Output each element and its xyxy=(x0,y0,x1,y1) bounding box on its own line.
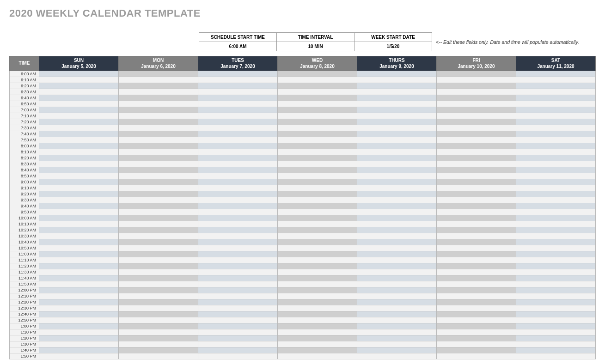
schedule-cell[interactable] xyxy=(437,293,516,299)
schedule-cell[interactable] xyxy=(119,77,198,83)
schedule-cell[interactable] xyxy=(198,101,278,107)
schedule-cell[interactable] xyxy=(516,317,596,323)
schedule-cell[interactable] xyxy=(516,215,596,221)
schedule-cell[interactable] xyxy=(516,197,596,203)
schedule-cell[interactable] xyxy=(119,137,198,143)
schedule-cell[interactable] xyxy=(119,317,198,323)
schedule-cell[interactable] xyxy=(357,311,437,317)
schedule-cell[interactable] xyxy=(119,71,198,77)
schedule-cell[interactable] xyxy=(39,119,119,125)
schedule-cell[interactable] xyxy=(278,185,357,191)
schedule-cell[interactable] xyxy=(119,191,198,197)
schedule-cell[interactable] xyxy=(39,107,119,113)
schedule-cell[interactable] xyxy=(437,83,516,89)
schedule-cell[interactable] xyxy=(278,263,357,269)
schedule-cell[interactable] xyxy=(357,83,437,89)
schedule-cell[interactable] xyxy=(39,179,119,185)
schedule-cell[interactable] xyxy=(278,149,357,155)
schedule-cell[interactable] xyxy=(516,71,596,77)
schedule-cell[interactable] xyxy=(516,221,596,227)
schedule-cell[interactable] xyxy=(198,353,278,359)
schedule-cell[interactable] xyxy=(39,227,119,233)
schedule-cell[interactable] xyxy=(516,185,596,191)
schedule-cell[interactable] xyxy=(198,137,278,143)
schedule-cell[interactable] xyxy=(198,269,278,275)
schedule-cell[interactable] xyxy=(357,137,437,143)
schedule-cell[interactable] xyxy=(278,329,357,335)
schedule-cell[interactable] xyxy=(39,185,119,191)
schedule-cell[interactable] xyxy=(516,341,596,347)
schedule-cell[interactable] xyxy=(516,239,596,245)
schedule-cell[interactable] xyxy=(198,191,278,197)
schedule-cell[interactable] xyxy=(437,257,516,263)
schedule-cell[interactable] xyxy=(39,353,119,359)
schedule-cell[interactable] xyxy=(119,263,198,269)
schedule-cell[interactable] xyxy=(437,323,516,329)
schedule-cell[interactable] xyxy=(278,215,357,221)
schedule-cell[interactable] xyxy=(278,257,357,263)
schedule-cell[interactable] xyxy=(437,203,516,209)
schedule-cell[interactable] xyxy=(278,281,357,287)
schedule-cell[interactable] xyxy=(357,263,437,269)
schedule-cell[interactable] xyxy=(119,173,198,179)
schedule-cell[interactable] xyxy=(119,83,198,89)
schedule-cell[interactable] xyxy=(278,113,357,119)
schedule-cell[interactable] xyxy=(437,245,516,251)
schedule-cell[interactable] xyxy=(437,305,516,311)
schedule-cell[interactable] xyxy=(198,347,278,353)
schedule-cell[interactable] xyxy=(357,149,437,155)
schedule-cell[interactable] xyxy=(516,179,596,185)
schedule-cell[interactable] xyxy=(516,83,596,89)
schedule-cell[interactable] xyxy=(357,203,437,209)
schedule-cell[interactable] xyxy=(278,125,357,131)
schedule-cell[interactable] xyxy=(39,263,119,269)
schedule-cell[interactable] xyxy=(198,293,278,299)
schedule-cell[interactable] xyxy=(198,335,278,341)
schedule-cell[interactable] xyxy=(516,155,596,161)
schedule-cell[interactable] xyxy=(357,101,437,107)
schedule-cell[interactable] xyxy=(437,77,516,83)
schedule-cell[interactable] xyxy=(516,191,596,197)
schedule-cell[interactable] xyxy=(198,341,278,347)
schedule-cell[interactable] xyxy=(437,89,516,95)
schedule-cell[interactable] xyxy=(278,305,357,311)
schedule-cell[interactable] xyxy=(278,89,357,95)
schedule-cell[interactable] xyxy=(437,185,516,191)
schedule-cell[interactable] xyxy=(278,71,357,77)
schedule-cell[interactable] xyxy=(198,245,278,251)
schedule-cell[interactable] xyxy=(278,95,357,101)
schedule-cell[interactable] xyxy=(278,167,357,173)
schedule-cell[interactable] xyxy=(39,161,119,167)
schedule-cell[interactable] xyxy=(516,119,596,125)
schedule-cell[interactable] xyxy=(516,311,596,317)
schedule-cell[interactable] xyxy=(119,161,198,167)
schedule-cell[interactable] xyxy=(278,179,357,185)
schedule-cell[interactable] xyxy=(278,227,357,233)
schedule-cell[interactable] xyxy=(198,173,278,179)
schedule-cell[interactable] xyxy=(516,353,596,359)
schedule-cell[interactable] xyxy=(278,341,357,347)
schedule-cell[interactable] xyxy=(198,143,278,149)
schedule-cell[interactable] xyxy=(119,275,198,281)
schedule-cell[interactable] xyxy=(437,221,516,227)
schedule-cell[interactable] xyxy=(119,227,198,233)
schedule-cell[interactable] xyxy=(119,95,198,101)
schedule-cell[interactable] xyxy=(278,287,357,293)
schedule-cell[interactable] xyxy=(119,233,198,239)
schedule-cell[interactable] xyxy=(39,209,119,215)
schedule-cell[interactable] xyxy=(357,167,437,173)
schedule-cell[interactable] xyxy=(278,269,357,275)
schedule-cell[interactable] xyxy=(516,95,596,101)
schedule-cell[interactable] xyxy=(516,281,596,287)
schedule-cell[interactable] xyxy=(198,179,278,185)
schedule-cell[interactable] xyxy=(198,239,278,245)
schedule-cell[interactable] xyxy=(516,161,596,167)
schedule-cell[interactable] xyxy=(437,131,516,137)
schedule-cell[interactable] xyxy=(357,281,437,287)
schedule-cell[interactable] xyxy=(278,131,357,137)
schedule-cell[interactable] xyxy=(198,257,278,263)
schedule-cell[interactable] xyxy=(119,353,198,359)
schedule-cell[interactable] xyxy=(516,269,596,275)
schedule-cell[interactable] xyxy=(437,329,516,335)
schedule-cell[interactable] xyxy=(278,245,357,251)
